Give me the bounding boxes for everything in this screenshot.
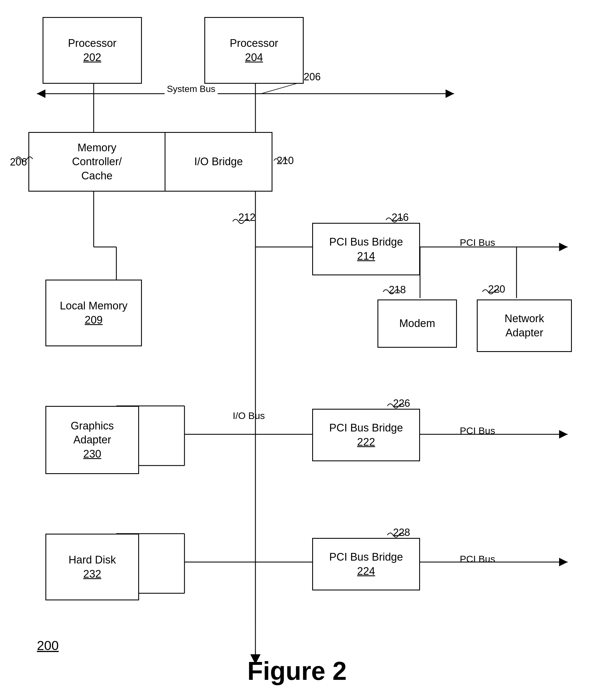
processor-202-number: 202 — [83, 51, 101, 64]
memory-controller-label: MemoryController/Cache — [72, 141, 122, 183]
modem-label: Modem — [399, 317, 435, 330]
pci-bus-label-1: PCI Bus — [460, 237, 495, 248]
io-bridge-label: I/O Bridge — [194, 155, 243, 169]
pci-bus-bridge-224-label: PCI Bus Bridge — [329, 550, 403, 564]
hard-disk-label: Hard Disk — [69, 553, 116, 567]
local-memory-label: Local Memory — [60, 299, 128, 313]
processor-204-number: 204 — [245, 51, 263, 64]
figure-title: Figure 2 — [247, 657, 346, 686]
squiggle-210 — [274, 156, 291, 165]
pci-bus-bridge-222-box: PCI Bus Bridge 222 — [312, 409, 420, 461]
squiggle-226 — [387, 400, 406, 412]
squiggle-208 — [15, 153, 33, 165]
label-206: 206 — [304, 71, 321, 83]
processor-202-box: Processor 202 — [42, 17, 142, 84]
graphics-adapter-label: GraphicsAdapter — [71, 419, 114, 447]
pci-bus-label-3: PCI Bus — [460, 553, 495, 565]
hard-disk-box: Hard Disk 232 — [45, 534, 139, 600]
local-memory-box: Local Memory 209 — [45, 280, 142, 346]
svg-line-33 — [261, 82, 301, 94]
diagram: Processor 202 Processor 204 206 System B… — [0, 0, 594, 700]
svg-marker-19 — [559, 430, 568, 439]
modem-box: Modem — [377, 299, 457, 348]
squiggle-228 — [387, 530, 406, 541]
svg-marker-30 — [559, 558, 568, 566]
pci-bus-label-2: PCI Bus — [460, 425, 495, 436]
memory-controller-box: MemoryController/Cache — [28, 132, 165, 192]
processor-202-label: Processor — [68, 36, 117, 50]
processor-204-label: Processor — [230, 36, 278, 50]
network-adapter-box: NetworkAdapter — [477, 299, 572, 352]
processor-204-box: Processor 204 — [204, 17, 304, 84]
pci-bus-bridge-214-label: PCI Bus Bridge — [329, 235, 403, 249]
system-bus-label: System Bus — [165, 84, 218, 94]
hard-disk-number: 232 — [83, 567, 101, 581]
squiggle-212 — [233, 216, 251, 227]
squiggle-220 — [483, 286, 501, 297]
pci-bus-bridge-224-box: PCI Bus Bridge 224 — [312, 538, 420, 591]
svg-marker-1 — [37, 89, 45, 98]
pci-bus-bridge-214-number: 214 — [357, 249, 375, 263]
figure-number: 200 — [37, 638, 59, 653]
pci-bus-bridge-222-number: 222 — [357, 435, 375, 449]
svg-marker-14 — [559, 243, 568, 251]
squiggle-218 — [383, 286, 402, 297]
squiggle-216 — [386, 214, 404, 226]
io-bridge-box: I/O Bridge — [165, 132, 272, 192]
pci-bus-bridge-224-number: 224 — [357, 564, 375, 578]
pci-bus-bridge-222-label: PCI Bus Bridge — [329, 421, 403, 435]
svg-marker-3 — [446, 89, 454, 98]
io-bus-label: I/O Bus — [233, 410, 265, 421]
graphics-adapter-number: 230 — [83, 447, 101, 461]
pci-bus-bridge-214-box: PCI Bus Bridge 214 — [312, 223, 420, 275]
graphics-adapter-box: GraphicsAdapter 230 — [45, 406, 139, 474]
local-memory-number: 209 — [85, 313, 102, 327]
network-adapter-label: NetworkAdapter — [505, 312, 544, 340]
